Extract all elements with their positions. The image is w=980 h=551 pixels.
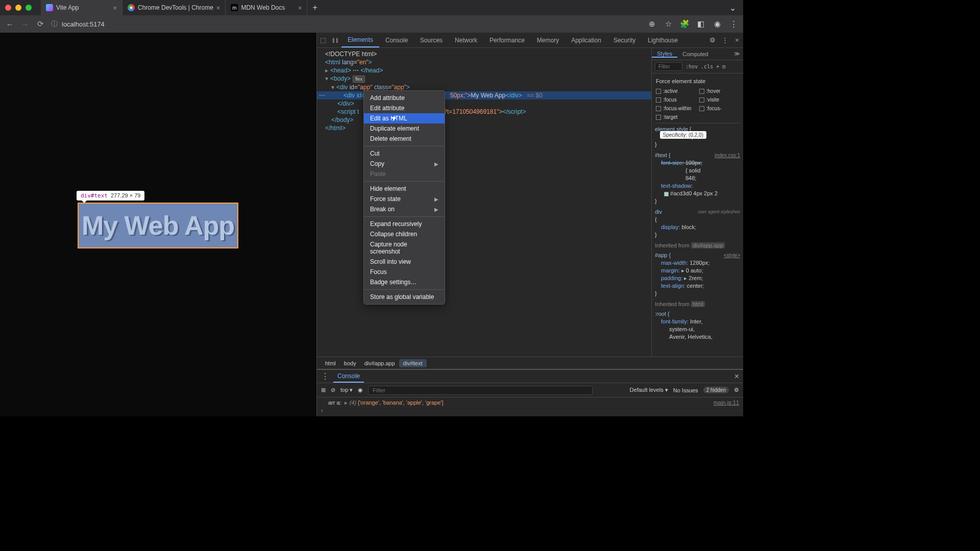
devtools-close-icon[interactable]: × — [731, 36, 743, 44]
tab-lighthouse[interactable]: Lighthouse — [642, 33, 684, 47]
new-tab-button[interactable]: + — [307, 3, 322, 12]
more-menu-icon[interactable]: ⋮ — [719, 36, 731, 44]
console-prompt[interactable]: › — [321, 406, 739, 414]
browser-tab-devtools[interactable]: Chrome DevTools | Chrome × — [122, 0, 226, 15]
console-sidebar-toggle-icon[interactable]: ⊞ — [321, 387, 326, 393]
console-filter-input[interactable] — [368, 386, 593, 395]
force-state-section: Force element state :active :hover :focu… — [655, 76, 740, 123]
window-maximize-button[interactable] — [26, 5, 32, 11]
drawer-tab-console[interactable]: Console — [333, 370, 364, 383]
menu-icon[interactable]: ⋮ — [729, 19, 738, 29]
specificity-tooltip: Specificity: (0,2,0) — [660, 131, 706, 139]
context-menu-item[interactable]: Cut — [364, 148, 445, 159]
search-icon[interactable]: ⊕ — [647, 19, 656, 29]
context-menu-item[interactable]: Edit attribute — [364, 103, 445, 113]
live-expression-icon[interactable]: ◉ — [358, 387, 363, 393]
address-bar[interactable]: ⓘ localhost:5174 — [51, 19, 337, 29]
tab-title: MDN Web Docs — [241, 4, 285, 11]
log-levels-dropdown[interactable]: Default levels ▾ — [630, 387, 668, 393]
close-icon[interactable]: × — [216, 4, 220, 12]
log-source-link[interactable]: main.js:11 — [714, 399, 739, 406]
styles-tab-styles[interactable]: Styles — [652, 51, 677, 58]
browser-tab-mdn[interactable]: m MDN Web Docs × — [226, 0, 307, 15]
state-focus-visible[interactable]: :focus- — [699, 105, 740, 112]
inspect-selector: div#text — [81, 192, 108, 199]
drawer-close-icon[interactable]: × — [734, 372, 739, 381]
context-menu-item[interactable]: Edit as HTML — [364, 113, 445, 123]
settings-gear-icon[interactable]: ⚙ — [706, 36, 719, 44]
page-viewport[interactable]: div#text 277.29 × 79 My Web App — [0, 33, 316, 416]
breadcrumb-item[interactable]: div#app.app — [360, 359, 399, 367]
chrome-favicon — [128, 4, 135, 11]
state-hover[interactable]: :hover — [699, 87, 740, 95]
context-menu-item[interactable]: Break on▶ — [364, 204, 445, 214]
console-context[interactable]: top ▾ — [340, 387, 353, 393]
state-visited[interactable]: :visite — [699, 96, 740, 104]
tab-network[interactable]: Network — [449, 33, 483, 47]
dom-node: ▸<head> ⋯ </head> — [317, 66, 651, 74]
console-settings-icon[interactable]: ⚙ — [734, 387, 739, 393]
bookmark-icon[interactable]: ☆ — [664, 19, 673, 29]
side-panel-icon[interactable]: ◧ — [696, 19, 705, 29]
context-menu-item[interactable]: Collapse children — [364, 229, 445, 239]
tab-sources[interactable]: Sources — [414, 33, 449, 47]
state-target[interactable]: :target — [656, 113, 696, 121]
window-close-button[interactable] — [5, 5, 11, 11]
context-menu-item[interactable]: Expand recursively — [364, 219, 445, 229]
context-menu-item[interactable]: Force state▶ — [364, 194, 445, 204]
tab-application[interactable]: Application — [565, 33, 607, 47]
style-rule: #text {index.css:1 font-size: 100px; { s… — [655, 152, 740, 205]
computed-toggle-icon[interactable]: ⊟ — [722, 64, 725, 69]
breadcrumb-item[interactable]: body — [340, 359, 360, 367]
device-toolbar-icon[interactable]: ⫿⫿ — [329, 36, 341, 44]
context-menu-item[interactable]: Scroll into view — [364, 257, 445, 267]
window-minimize-button[interactable] — [15, 5, 21, 11]
site-info-icon[interactable]: ⓘ — [51, 19, 58, 29]
inspect-element-icon[interactable]: ⬚ — [317, 36, 329, 44]
context-menu-item[interactable]: Focus — [364, 267, 445, 277]
dom-node: ▾<body>flex — [317, 74, 651, 83]
context-menu-item[interactable]: Badge settings… — [364, 277, 445, 287]
style-rule: div user agent styleshee{ display: block… — [655, 208, 740, 239]
context-menu-item[interactable]: Duplicate element — [364, 123, 445, 134]
tab-console[interactable]: Console — [379, 33, 414, 47]
inspect-dimensions: 277.29 × 79 — [111, 192, 140, 199]
more-tabs-icon[interactable]: ≫ — [731, 51, 743, 57]
breadcrumb-item[interactable]: html — [321, 359, 340, 367]
hidden-count[interactable]: 2 hidden — [703, 387, 729, 393]
inspect-tooltip: div#text 277.29 × 79 — [77, 191, 144, 201]
close-icon[interactable]: × — [113, 4, 117, 12]
styles-filter-input[interactable] — [655, 62, 682, 71]
styles-tab-computed[interactable]: Computed — [677, 51, 714, 57]
clear-console-icon[interactable]: ⊘ — [331, 387, 335, 393]
tab-performance[interactable]: Performance — [483, 33, 531, 47]
context-menu-item[interactable]: Capture node screenshot — [364, 239, 445, 257]
issues-link[interactable]: No Issues — [673, 387, 698, 393]
forward-button[interactable]: → — [20, 20, 30, 29]
profile-icon[interactable]: ◉ — [713, 19, 722, 29]
breadcrumb-item[interactable]: div#text — [399, 359, 427, 367]
back-button[interactable]: ← — [5, 20, 14, 29]
new-style-rule-icon[interactable]: + — [716, 64, 719, 69]
state-focus-within[interactable]: :focus-within — [656, 105, 696, 112]
browser-tab-vite[interactable]: Vite App × — [41, 0, 122, 15]
tab-security[interactable]: Security — [607, 33, 642, 47]
cls-toggle[interactable]: .cls — [701, 64, 713, 69]
context-menu-item[interactable]: Hide element — [364, 184, 445, 194]
context-menu-item[interactable]: Copy▶ — [364, 159, 445, 169]
drawer-menu-icon[interactable]: ⋮ — [321, 371, 329, 381]
tab-memory[interactable]: Memory — [531, 33, 565, 47]
styles-panel: Styles Computed ≫ :hov .cls + ⊟ Force el… — [651, 48, 743, 357]
close-icon[interactable]: × — [298, 4, 302, 12]
tab-elements[interactable]: Elements — [341, 33, 379, 47]
context-menu-item[interactable]: Store as global variable — [364, 292, 445, 302]
state-active[interactable]: :active — [656, 87, 696, 95]
state-focus[interactable]: :focus — [656, 96, 696, 104]
context-menu-item[interactable]: Add attribute — [364, 93, 445, 103]
chevron-down-icon[interactable]: ⌄ — [729, 3, 738, 13]
context-menu-item[interactable]: Delete element — [364, 134, 445, 144]
extensions-icon[interactable]: 🧩 — [680, 19, 689, 29]
reload-button[interactable]: ⟳ — [36, 19, 45, 29]
console-log-entry: arr a: ▸ (4) ['orange', 'banana', 'apple… — [321, 399, 739, 406]
hov-toggle[interactable]: :hov — [685, 64, 698, 69]
